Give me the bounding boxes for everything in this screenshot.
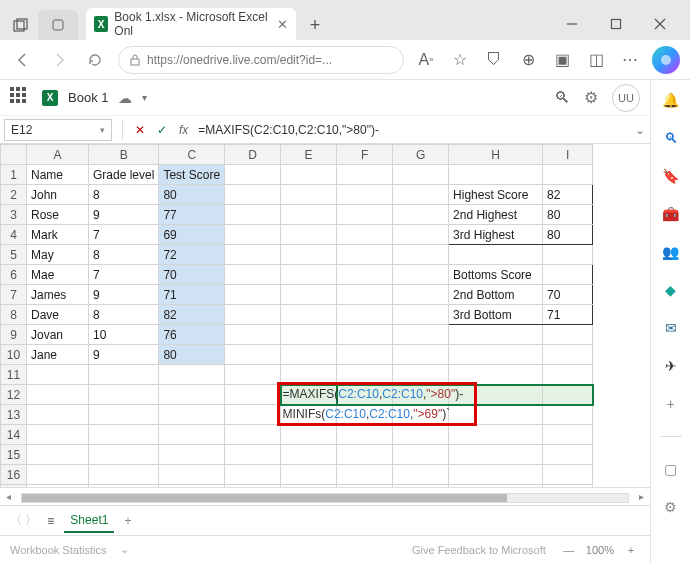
cell[interactable] — [225, 405, 281, 425]
row-header[interactable]: 3 — [1, 205, 27, 225]
cell[interactable] — [225, 465, 281, 485]
cell[interactable] — [225, 385, 281, 405]
cell[interactable] — [225, 165, 281, 185]
send-icon[interactable]: ✈ — [661, 356, 681, 376]
cell[interactable] — [89, 405, 159, 425]
cell[interactable]: 76 — [159, 325, 225, 345]
row-header[interactable]: 2 — [1, 185, 27, 205]
menu-icon[interactable]: ⋯ — [618, 48, 642, 72]
row-header[interactable]: 15 — [1, 445, 27, 465]
cell[interactable] — [27, 445, 89, 465]
cell[interactable]: 3rd Highest — [449, 225, 543, 245]
cell[interactable] — [337, 285, 393, 305]
cell[interactable]: Highest Score — [449, 185, 543, 205]
avatar[interactable]: UU — [612, 84, 640, 112]
cell[interactable] — [27, 405, 89, 425]
cell[interactable] — [337, 165, 393, 185]
extensions-icon[interactable]: ⊕ — [516, 48, 540, 72]
reading-mode-icon[interactable]: A» — [414, 48, 438, 72]
cell[interactable] — [337, 365, 393, 385]
scroll-right-icon[interactable]: ▸ — [639, 491, 644, 502]
cell[interactable]: Jovan — [27, 325, 89, 345]
cell[interactable]: 82 — [543, 185, 593, 205]
cell[interactable] — [543, 345, 593, 365]
zoom-level[interactable]: 100% — [586, 544, 614, 556]
cell[interactable]: Dave — [27, 305, 89, 325]
cell[interactable] — [225, 265, 281, 285]
refresh-button[interactable] — [82, 47, 108, 73]
browser-tabs-icon[interactable] — [8, 12, 34, 40]
row-header[interactable]: 6 — [1, 265, 27, 285]
cell[interactable]: John — [27, 185, 89, 205]
maximize-button[interactable] — [594, 8, 638, 40]
cell[interactable]: Rose — [27, 205, 89, 225]
cell[interactable]: 69 — [159, 225, 225, 245]
all-sheets-icon[interactable]: ≡ — [47, 514, 54, 528]
cell[interactable] — [281, 365, 337, 385]
cell[interactable] — [281, 285, 337, 305]
cell[interactable]: 9 — [89, 345, 159, 365]
close-window-button[interactable] — [638, 8, 682, 40]
workbook-statistics-button[interactable]: Workbook Statistics — [10, 544, 106, 556]
formula-input[interactable]: =MAXIFS(C2:C10,C2:C10,">80")- — [194, 123, 630, 137]
cell[interactable] — [449, 465, 543, 485]
file-name[interactable]: Book 1 — [68, 90, 108, 105]
cell[interactable]: 70 — [543, 285, 593, 305]
cell[interactable] — [225, 345, 281, 365]
cell[interactable] — [281, 305, 337, 325]
cell[interactable] — [543, 445, 593, 465]
app-launcher-icon[interactable] — [10, 87, 32, 109]
row-header[interactable]: 7 — [1, 285, 27, 305]
cell[interactable] — [543, 485, 593, 488]
settings-icon[interactable]: ⚙ — [584, 88, 598, 107]
cell[interactable] — [281, 185, 337, 205]
cell[interactable] — [337, 265, 393, 285]
cell[interactable] — [393, 285, 449, 305]
col-header[interactable]: F — [337, 145, 393, 165]
cell[interactable] — [159, 485, 225, 488]
url-input[interactable]: https://onedrive.live.com/edit?id=... — [118, 46, 404, 74]
cell[interactable] — [337, 465, 393, 485]
feedback-button[interactable]: Give Feedback to Microsoft — [412, 544, 546, 556]
cell[interactable] — [543, 385, 593, 405]
cell[interactable] — [337, 305, 393, 325]
spreadsheet-grid[interactable]: A B C D E F G H I 1NameGrade levelTest S… — [0, 144, 650, 487]
cell[interactable] — [225, 325, 281, 345]
cell[interactable] — [393, 445, 449, 465]
expand-formula-bar-icon[interactable]: ⌄ — [630, 123, 650, 137]
row-header[interactable]: 5 — [1, 245, 27, 265]
insert-function-icon[interactable]: fx — [173, 123, 194, 137]
minimize-button[interactable] — [550, 8, 594, 40]
cell[interactable]: 71 — [159, 285, 225, 305]
cell[interactable] — [337, 485, 393, 488]
outlook-icon[interactable]: ✉ — [661, 318, 681, 338]
file-menu-chevron-icon[interactable]: ▾ — [142, 92, 147, 103]
cell[interactable] — [281, 465, 337, 485]
split-screen-icon[interactable]: ◫ — [584, 48, 608, 72]
col-header[interactable]: D — [225, 145, 281, 165]
sheet-nav-chevrons-icon[interactable]: 〈 〉 — [10, 512, 37, 529]
cell[interactable] — [159, 425, 225, 445]
tools-icon[interactable]: 🧰 — [661, 204, 681, 224]
cell[interactable] — [89, 485, 159, 488]
cell[interactable] — [449, 445, 543, 465]
cell[interactable]: Bottoms Score — [449, 265, 543, 285]
cell[interactable]: 8 — [89, 185, 159, 205]
cell[interactable]: 71 — [543, 305, 593, 325]
cell[interactable] — [449, 485, 543, 488]
cell[interactable] — [393, 225, 449, 245]
chevron-down-icon[interactable]: ▾ — [100, 125, 105, 135]
cell[interactable]: 10 — [89, 325, 159, 345]
cell[interactable] — [281, 425, 337, 445]
row-header[interactable]: 16 — [1, 465, 27, 485]
select-all-corner[interactable] — [1, 145, 27, 165]
cell[interactable] — [543, 245, 593, 265]
cell[interactable] — [27, 485, 89, 488]
cell[interactable]: 8 — [89, 305, 159, 325]
cell[interactable]: Test Score — [159, 165, 225, 185]
row-header[interactable]: 13 — [1, 405, 27, 425]
cell[interactable] — [225, 185, 281, 205]
cell[interactable] — [27, 385, 89, 405]
cell[interactable]: Jane — [27, 345, 89, 365]
cell[interactable]: 77 — [159, 205, 225, 225]
